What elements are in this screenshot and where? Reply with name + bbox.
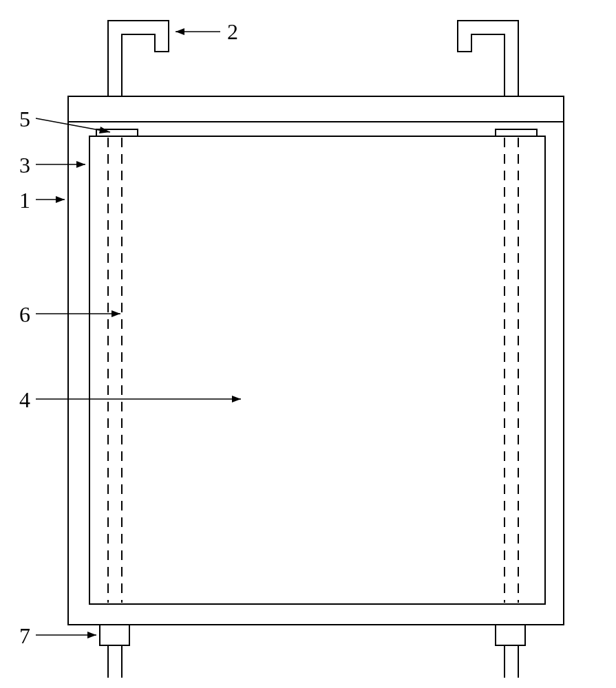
label-5: 5 — [19, 107, 30, 132]
technical-diagram — [0, 0, 616, 688]
outer-body — [68, 96, 564, 625]
svg-marker-7 — [76, 161, 85, 168]
right-top-tab — [496, 129, 537, 136]
svg-marker-8 — [56, 196, 65, 203]
svg-marker-11 — [87, 632, 96, 638]
label-2: 2 — [227, 19, 238, 45]
label-7: 7 — [19, 623, 30, 649]
label-6: 6 — [19, 302, 30, 327]
inner-rectangle — [89, 136, 545, 604]
left-hook — [108, 21, 169, 96]
svg-marker-10 — [232, 396, 241, 402]
right-foot-rect — [496, 625, 525, 645]
arrow-5 — [36, 118, 110, 132]
right-hook — [458, 21, 518, 96]
svg-marker-5 — [176, 28, 184, 35]
label-1: 1 — [19, 188, 30, 213]
label-3: 3 — [19, 153, 30, 178]
left-foot-rect — [100, 625, 129, 645]
svg-marker-9 — [111, 310, 120, 317]
label-4: 4 — [19, 387, 30, 413]
